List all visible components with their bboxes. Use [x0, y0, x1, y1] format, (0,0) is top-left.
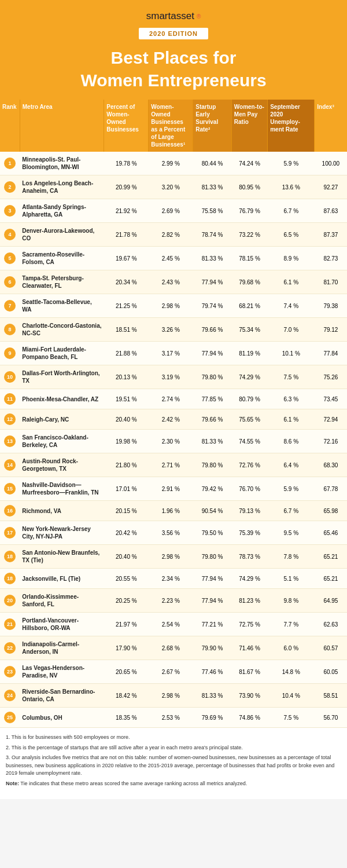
index-cell: 62.63 [315, 613, 347, 636]
metro-name: Sacramento-Roseville-Folsom, CA [22, 251, 84, 265]
unemp-cell: 5.9 % [268, 477, 315, 501]
rank-cell: 14 [0, 453, 20, 477]
unemp-cell: 7.7 % [268, 613, 315, 636]
main-title: Best Places for Women Entrepreneurs [6, 46, 341, 91]
pct-women-cell: 20.15 % [104, 501, 149, 521]
table-row: 21 Portland-Vancouver-Hillsboro, OR-WA 2… [0, 613, 347, 636]
pct-women-cell: 21.78 % [104, 223, 149, 247]
survival-cell: 79.69 % [193, 708, 232, 728]
pct-large-cell: 2.98 % [149, 545, 193, 569]
metro-name: Austin-Round Rock-Georgetown, TX [22, 458, 78, 472]
rank-badge: 18 [4, 573, 16, 584]
index-cell: 64.95 [315, 589, 347, 613]
pct-large-cell: 2.30 % [149, 430, 193, 453]
index-cell: 60.57 [315, 636, 347, 660]
pct-women-cell: 20.40 % [104, 409, 149, 430]
index-cell: 73.45 [315, 389, 347, 409]
survival-cell: 79.80 % [193, 453, 232, 477]
unemp-cell: 7.8 % [268, 545, 315, 569]
metro-name: Richmond, VA [22, 508, 61, 514]
pay-ratio-cell: 75.39 % [231, 521, 267, 545]
pay-ratio-cell: 68.21 % [231, 294, 267, 318]
unemp-cell: 5.9 % [268, 152, 315, 175]
metro-name: Seattle-Tacoma-Bellevue, WA [22, 299, 91, 313]
pct-women-cell: 20.55 % [104, 569, 149, 589]
metro-cell: San Francisco-Oakland-Berkeley, CA [20, 430, 104, 453]
metro-name: Orlando-Kissimmee-Sanford, FL [22, 594, 79, 607]
metro-cell: Denver-Aurora-Lakewood, CO [20, 223, 104, 247]
metro-name: Charlotte-Concord-Gastonia, NC-SC [22, 323, 101, 336]
table-row: 16 Richmond, VA 20.15 % 1.96 % 90.54 % 7… [0, 501, 347, 521]
pay-ratio-cell: 74.86 % [231, 708, 267, 728]
unemp-cell: 7.5 % [268, 708, 315, 728]
pct-women-cell: 19.51 % [104, 389, 149, 409]
metro-name: Denver-Aurora-Lakewood, CO [22, 228, 94, 241]
unemp-cell: 5.1 % [268, 569, 315, 589]
col-pct-large: Women-Owned Businesses as a Percent of L… [149, 100, 193, 152]
metro-cell: Los Angeles-Long Beach-Anaheim, CA [20, 175, 104, 199]
rank-cell: 24 [0, 684, 20, 708]
rank-cell: 13 [0, 430, 20, 453]
metro-name: Dallas-Fort Worth-Arlington, TX [22, 370, 99, 384]
unemp-cell: 6.7 % [268, 199, 315, 223]
rank-badge: 11 [4, 393, 16, 405]
index-cell: 79.38 [315, 294, 347, 318]
metro-cell: Miami-Fort Lauderdale-Pompano Beach, FL [20, 342, 104, 365]
metro-cell: Tampa-St. Petersburg-Clearwater, FL [20, 270, 104, 294]
rank-badge: 4 [4, 229, 16, 240]
pay-ratio-cell: 76.70 % [231, 477, 267, 501]
table-row: 23 Las Vegas-Henderson-Paradise, NV 20.6… [0, 660, 347, 684]
table-row: 11 Phoenix-Mesa-Chandler, AZ 19.51 % 2.7… [0, 389, 347, 409]
table-row: 8 Charlotte-Concord-Gastonia, NC-SC 18.5… [0, 318, 347, 342]
rank-badge: 14 [4, 459, 16, 471]
metro-name: Indianapolis-Carmel-Anderson, IN [22, 641, 79, 655]
index-cell: 65.21 [315, 569, 347, 589]
index-cell: 72.94 [315, 409, 347, 430]
footnotes-section: 1. This is for businesses with 500 emplo… [0, 728, 347, 799]
pct-women-cell: 18.35 % [104, 708, 149, 728]
rank-cell: 15 [0, 477, 20, 501]
pct-women-cell: 17.01 % [104, 477, 149, 501]
pct-women-cell: 19.67 % [104, 247, 149, 270]
metro-cell: Riverside-San Bernardino-Ontario, CA [20, 684, 104, 708]
pay-ratio-cell: 73.22 % [231, 223, 267, 247]
pay-ratio-cell: 74.24 % [231, 152, 267, 175]
pay-ratio-cell: 73.90 % [231, 684, 267, 708]
metro-cell: Dallas-Fort Worth-Arlington, TX [20, 365, 104, 389]
index-cell: 65.98 [315, 501, 347, 521]
table-section: Rank Metro Area Percent of Women-Owned B… [0, 100, 347, 728]
pct-large-cell: 3.20 % [149, 175, 193, 199]
pay-ratio-cell: 81.19 % [231, 342, 267, 365]
rank-cell: 9 [0, 342, 20, 365]
survival-cell: 81.33 % [193, 175, 232, 199]
table-row: 25 Columbus, OH 18.35 % 2.53 % 79.69 % 7… [0, 708, 347, 728]
metro-cell: Raleigh-Cary, NC [20, 409, 104, 430]
metro-cell: Indianapolis-Carmel-Anderson, IN [20, 636, 104, 660]
index-cell: 87.63 [315, 199, 347, 223]
metro-cell: Las Vegas-Henderson-Paradise, NV [20, 660, 104, 684]
pct-women-cell: 17.90 % [104, 636, 149, 660]
pay-ratio-cell: 75.65 % [231, 409, 267, 430]
metro-name: Minneapolis-St. Paul-Bloomington, MN-WI [22, 156, 80, 170]
index-cell: 56.70 [315, 708, 347, 728]
metro-name: Las Vegas-Henderson-Paradise, NV [22, 665, 84, 679]
rank-badge: 23 [4, 666, 16, 677]
table-row: 5 Sacramento-Roseville-Folsom, CA 19.67 … [0, 247, 347, 270]
table-row: 18 San Antonio-New Braunfels, TX (Tie) 2… [0, 545, 347, 569]
unemp-cell: 9.5 % [268, 521, 315, 545]
survival-cell: 79.66 % [193, 409, 232, 430]
index-cell: 77.84 [315, 342, 347, 365]
col-metro: Metro Area [20, 100, 104, 152]
note-label: Note: [6, 781, 19, 786]
unemp-cell: 10.4 % [268, 684, 315, 708]
pct-women-cell: 20.99 % [104, 175, 149, 199]
pct-large-cell: 2.42 % [149, 409, 193, 430]
pct-large-cell: 2.98 % [149, 294, 193, 318]
index-cell: 68.30 [315, 453, 347, 477]
pct-women-cell: 21.25 % [104, 294, 149, 318]
pct-large-cell: 2.82 % [149, 223, 193, 247]
unemp-cell: 14.8 % [268, 660, 315, 684]
unemp-cell: 13.6 % [268, 175, 315, 199]
index-cell: 82.73 [315, 247, 347, 270]
unemp-cell: 7.0 % [268, 318, 315, 342]
